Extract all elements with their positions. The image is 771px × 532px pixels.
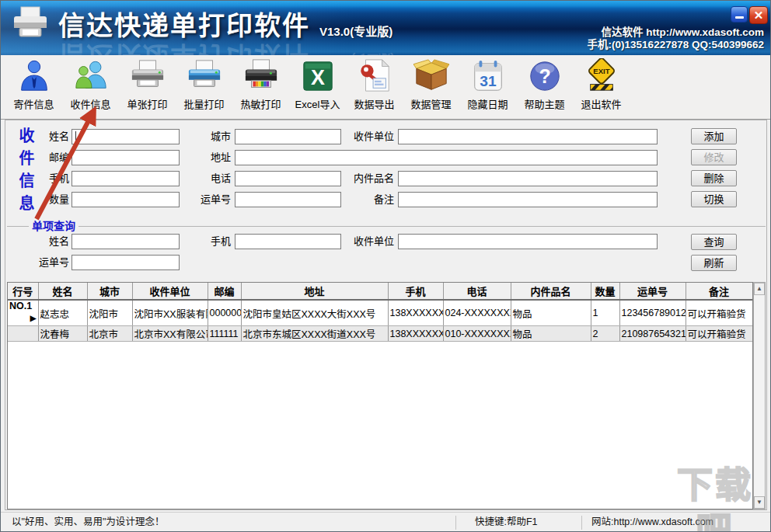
data-export-icon	[356, 57, 393, 95]
zip-field[interactable]	[72, 150, 180, 165]
col-header-address[interactable]: 地址	[241, 283, 388, 300]
toolbar-button-data-manage[interactable]: 数据管理	[403, 57, 459, 116]
cell-waybill: 210987654321	[619, 326, 686, 342]
cell-note: 可以开箱验货	[686, 300, 752, 326]
data-manage-icon	[413, 57, 450, 95]
note-field[interactable]	[398, 192, 658, 207]
col-header-rowno[interactable]: 行号	[8, 283, 38, 300]
svg-text:EXIT: EXIT	[593, 67, 609, 75]
toolbar-button-recipient-info[interactable]: 收件信息	[62, 57, 119, 116]
item-field[interactable]	[398, 171, 658, 186]
company-field[interactable]	[398, 129, 658, 144]
qty-field[interactable]	[72, 192, 180, 207]
query-company-label: 收件单位	[333, 234, 394, 249]
toolbar-button-sender-info[interactable]: 寄件信息	[5, 57, 62, 116]
status-divider	[581, 516, 582, 530]
cell-mobile: 138XXXXXXXX	[388, 326, 443, 342]
col-header-item[interactable]: 内件品名	[511, 283, 591, 300]
toolbar-button-hide-date[interactable]: 31 隐藏日期	[459, 57, 516, 116]
cell-city: 沈阳市	[87, 300, 132, 326]
toolbar-button-data-export[interactable]: 数据导出	[346, 57, 403, 116]
single-print-icon	[129, 57, 166, 95]
query-name-field[interactable]	[72, 234, 180, 249]
scroll-up-arrow-icon[interactable]: ▲	[754, 283, 765, 295]
status-hotkey: 快捷键:帮助F1	[475, 513, 538, 532]
query-group-legend: 单项查询	[29, 220, 78, 232]
table-row[interactable]: NO.1▶ 赵志忠 沈阳市 沈阳市XX服装有限公司 000000 沈阳市皇姑区X…	[8, 300, 752, 326]
col-header-qty[interactable]: 数量	[591, 283, 619, 300]
zip-label: 邮编	[29, 150, 69, 165]
city-field[interactable]	[235, 129, 341, 144]
excel-import-icon: X	[299, 57, 337, 95]
row-number-cell: NO.1▶	[8, 300, 38, 326]
mobile-field[interactable]	[72, 171, 180, 186]
close-button[interactable]: ✕	[749, 6, 768, 24]
col-header-name[interactable]: 姓名	[38, 283, 87, 300]
col-header-waybill[interactable]: 运单号	[619, 283, 686, 300]
toolbar-button-help-topic[interactable]: ? 帮助主题	[516, 57, 573, 116]
delete-button[interactable]: 删除	[691, 170, 737, 186]
toolbar-button-exit[interactable]: EXIT 退出软件	[573, 57, 630, 116]
status-motto: 以"好用、实用、易用"为设计理念！	[12, 513, 164, 532]
query-waybill-field[interactable]	[72, 255, 180, 270]
col-header-zip[interactable]: 邮编	[208, 283, 241, 300]
toolbar-button-thermal-print[interactable]: 热敏打印	[232, 57, 289, 116]
waybill-field[interactable]	[235, 192, 341, 207]
col-header-note[interactable]: 备注	[686, 283, 752, 300]
search-button[interactable]: 查询	[691, 234, 737, 250]
toolbar-button-label: 退出软件	[581, 96, 621, 111]
col-header-company[interactable]: 收件单位	[132, 283, 208, 300]
waybill-label: 运单号	[186, 192, 231, 207]
cell-zip: 000000	[208, 300, 241, 326]
cell-qty: 2	[591, 326, 619, 342]
cell-item: 物品	[511, 300, 591, 326]
item-label: 内件品名	[333, 171, 394, 186]
phone-field[interactable]	[235, 171, 341, 186]
minimize-button[interactable]	[731, 6, 748, 23]
switch-button[interactable]: 切换	[691, 191, 737, 207]
table-vertical-scrollbar[interactable]: ▲ ▼	[753, 282, 766, 509]
cell-waybill: 123456789012	[619, 300, 686, 326]
toolbar-button-label: Excel导入	[295, 96, 340, 111]
table-row[interactable]: 沈春梅 北京市 北京市XX有限公司 111111 北京市东城区XXXX街道XXX…	[8, 326, 752, 342]
status-website: 网站:http://www.xdasoft.com	[591, 513, 713, 532]
minimize-icon	[735, 16, 744, 19]
titlebar: 信达快递单打印软件 V13.0(专业版) 信达快递单打印软件 V13.0(专业版…	[1, 1, 770, 55]
help-topic-icon: ?	[526, 57, 563, 95]
city-label: 城市	[186, 129, 231, 144]
query-company-field[interactable]	[398, 234, 658, 249]
name-label: 姓名	[29, 129, 69, 144]
svg-text:31: 31	[480, 73, 497, 89]
cell-mobile: 138XXXXXXXX	[388, 300, 443, 326]
cell-phone: 010-XXXXXXXX	[443, 326, 511, 342]
cell-item: 物品	[511, 326, 591, 342]
col-header-mobile[interactable]: 手机	[388, 283, 443, 300]
records-table: 行号 姓名 城市 收件单位 邮编 地址 手机 电话 内件品名 数量 运单号 备注…	[7, 282, 753, 509]
name-field[interactable]	[72, 129, 180, 144]
qty-label: 数量	[29, 192, 69, 207]
query-mobile-field[interactable]	[235, 234, 341, 249]
col-header-phone[interactable]: 电话	[443, 283, 511, 300]
toolbar-button-label: 热敏打印	[240, 96, 281, 111]
col-header-city[interactable]: 城市	[87, 283, 132, 300]
toolbar-button-label: 隐藏日期	[467, 96, 508, 111]
exit-icon: EXIT	[583, 57, 620, 95]
toolbar-button-excel-import[interactable]: X Excel导入	[289, 57, 346, 116]
toolbar-button-label: 数据导出	[354, 96, 394, 111]
modify-button[interactable]: 修改	[691, 149, 737, 165]
mobile-label: 手机	[29, 171, 69, 186]
toolbar-button-single-print[interactable]: 单张打印	[119, 57, 176, 116]
toolbar-button-label: 寄件信息	[13, 96, 54, 111]
cell-address: 沈阳市皇姑区XXXX大街XXX号	[241, 300, 388, 326]
cell-zip: 111111	[208, 326, 241, 342]
query-group-border	[7, 226, 766, 227]
address-field[interactable]	[235, 150, 658, 165]
refresh-button[interactable]: 刷新	[691, 255, 737, 271]
vendor-line1: 信达软件 http://www.xdasoft.com	[588, 26, 764, 39]
cell-company: 沈阳市XX服装有限公司	[132, 300, 208, 326]
scroll-down-arrow-icon[interactable]: ▼	[754, 496, 765, 509]
vendor-line2: 手机:(0)13516227878 QQ:540399662	[588, 39, 764, 51]
batch-print-icon	[186, 57, 223, 95]
toolbar-button-batch-print[interactable]: 批量打印	[176, 57, 232, 116]
add-button[interactable]: 添加	[691, 128, 737, 144]
